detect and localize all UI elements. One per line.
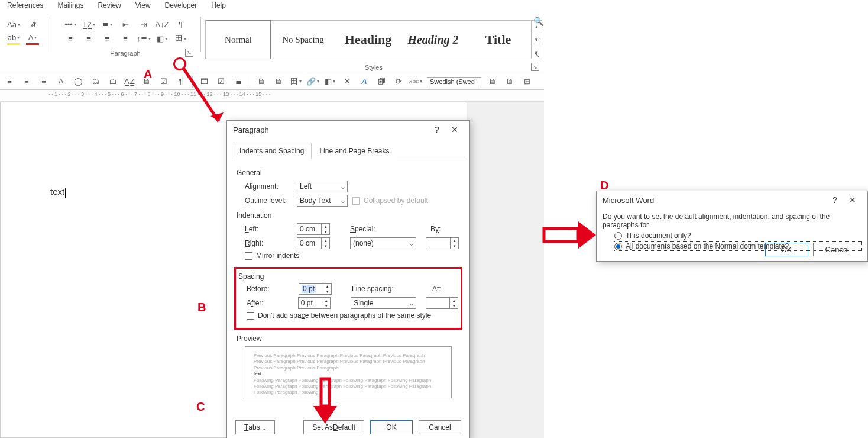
tabs-button[interactable]: Tabs... — [235, 420, 275, 434]
spacing-section-annotated: Spacing Before: 0 pt▴▾ Line spacing: At:… — [234, 267, 462, 330]
menu-mail[interactable]: Mailings — [56, 0, 85, 13]
qat-font-icon[interactable]: A — [55, 76, 67, 88]
general-header: General — [237, 169, 460, 177]
qat-link-icon[interactable]: 🔗 — [307, 76, 319, 88]
tab-breaks[interactable]: Line and Page Breaks — [312, 143, 397, 159]
qat-icon[interactable]: 🗐 — [375, 76, 387, 88]
confirm-cancel-button[interactable]: Cancel — [813, 243, 861, 256]
menu-refs[interactable]: References — [6, 0, 44, 13]
linespacing-combo[interactable]: Single — [351, 297, 416, 309]
tab-indents[interactable]: Indents and Spacing — [232, 143, 312, 159]
radio-this-doc[interactable]: This document only? — [614, 231, 861, 240]
qat-icon[interactable]: 🗀 — [106, 76, 118, 88]
borders-icon[interactable]: 田 — [174, 32, 187, 45]
menu-help[interactable]: Help — [210, 0, 227, 13]
by-spin[interactable]: ▴▾ — [426, 237, 459, 249]
align-center-icon[interactable]: ≡ — [82, 32, 95, 45]
qat-icon[interactable]: ≡ — [38, 76, 50, 88]
qat-icon[interactable]: ≡ — [21, 76, 33, 88]
style-heading2[interactable]: Heading 2 — [401, 20, 466, 59]
cancel-button[interactable]: Cancel — [419, 420, 461, 434]
outline-label: Outline level: — [245, 197, 292, 205]
qat-icon[interactable]: 🗎 — [504, 76, 516, 88]
outline-combo[interactable]: Body Text — [297, 195, 348, 207]
alignment-combo[interactable]: Left — [297, 181, 348, 192]
language-select[interactable]: Swedish (Swed — [427, 77, 481, 86]
font-color-icon[interactable]: A — [26, 32, 39, 45]
confirm-titlebar[interactable]: Microsoft Word ? ✕ — [597, 191, 867, 209]
ok-button[interactable]: OK — [370, 420, 413, 434]
dialog-titlebar[interactable]: Paragraph ? ✕ — [227, 121, 469, 139]
qat-italic-icon[interactable]: A — [358, 76, 370, 88]
mirror-checkbox[interactable] — [245, 252, 252, 260]
qat-icon[interactable]: 🗎 — [487, 76, 498, 88]
qat-strike-icon[interactable]: ✕ — [341, 76, 353, 88]
at-label: At: — [432, 285, 450, 293]
decrease-indent-icon[interactable]: ⇤ — [119, 18, 132, 31]
style-heading1[interactable]: Heading — [336, 20, 401, 59]
close-button[interactable]: ✕ — [446, 125, 464, 134]
indentation-section: Indentation Left: 0 cm▴▾ Special: By: Ri… — [237, 211, 460, 260]
preview-next: Following Paragraph Following Paragraph … — [254, 378, 443, 396]
confirm-close-button[interactable]: ✕ — [844, 195, 861, 205]
change-case-icon[interactable]: Aa — [7, 18, 20, 31]
highlight-icon[interactable]: ab — [7, 32, 20, 45]
qat-refresh-icon[interactable]: ⟳ — [393, 76, 404, 88]
align-left-icon[interactable]: ≡ — [64, 32, 77, 45]
styles-gallery[interactable]: Normal No Spacing Heading Heading 2 Titl… — [205, 20, 542, 59]
paragraph-launcher[interactable]: ↘ — [185, 49, 193, 57]
bullets-icon[interactable]: ••• — [64, 18, 77, 31]
qat-fill-icon[interactable]: ◧ — [324, 76, 336, 88]
special-combo[interactable]: (none) — [350, 237, 416, 249]
increase-indent-icon[interactable]: ⇥ — [137, 18, 150, 31]
qat-abc-icon[interactable]: abc — [410, 76, 422, 88]
find-icon[interactable]: 🔍 — [533, 17, 543, 26]
at-spin[interactable]: ▴▾ — [426, 297, 458, 309]
menu-dev[interactable]: Developer — [164, 0, 199, 13]
qat-icon[interactable]: ⊞ — [521, 76, 533, 88]
qat-table-icon[interactable]: 田 — [290, 76, 302, 88]
line-spacing-icon[interactable]: ↕≣ — [137, 32, 150, 45]
style-title[interactable]: Title — [466, 20, 531, 59]
anno-arrow-A — [177, 65, 231, 130]
before-spin[interactable]: 0 pt▴▾ — [299, 283, 332, 295]
show-marks-icon[interactable]: ¶ — [174, 18, 187, 31]
sort-icon[interactable]: A↓Z — [156, 18, 169, 31]
select-icon[interactable]: ↖ — [533, 50, 543, 59]
styles-label: Styles — [365, 64, 383, 71]
anno-arrow-C — [313, 379, 337, 426]
document-text[interactable]: text — [50, 186, 66, 198]
help-button[interactable]: ? — [428, 125, 446, 134]
qat-icon[interactable]: ≣ — [232, 76, 244, 88]
qat-icon[interactable]: ☑ — [158, 76, 170, 88]
qat-icon[interactable]: 🗎 — [255, 76, 267, 88]
alignment-label: Alignment: — [245, 182, 292, 191]
align-right-icon[interactable]: ≡ — [101, 32, 114, 45]
clear-format-icon[interactable]: A̷ — [26, 18, 39, 31]
qat-icon[interactable]: A̲Z̲ — [124, 76, 135, 88]
style-normal[interactable]: Normal — [206, 20, 271, 59]
menu-view[interactable]: View — [134, 0, 152, 13]
replace-icon[interactable]: ↔ — [533, 33, 543, 43]
ruler[interactable]: · · 1 · · · 2 · · · 3 · · · 4 · · · 5 · … — [0, 90, 544, 102]
left-spin[interactable]: 0 cm▴▾ — [297, 223, 330, 235]
confirm-ok-button[interactable]: OK — [765, 243, 808, 256]
qat-icon[interactable]: 🗎 — [273, 76, 284, 88]
style-nospacing[interactable]: No Spacing — [271, 20, 336, 59]
svg-rect-3 — [544, 228, 578, 241]
qat-icon[interactable]: ≡ — [4, 76, 15, 88]
qat-icon[interactable]: 🗂 — [89, 76, 101, 88]
dontadd-checkbox[interactable] — [247, 312, 254, 320]
preview-sample: text — [254, 371, 443, 377]
after-spin[interactable]: 0 pt▴▾ — [298, 297, 331, 309]
right-spin[interactable]: 0 cm▴▾ — [297, 237, 330, 249]
dialog-buttons: Tabs... Set As Default OK Cancel — [227, 420, 469, 434]
multilevel-icon[interactable]: ≣ — [101, 18, 114, 31]
numbering-icon[interactable]: 1̲2̲ — [82, 18, 95, 31]
justify-icon[interactable]: ≡ — [119, 32, 132, 45]
menu-review[interactable]: Review — [96, 0, 122, 13]
qat-icon[interactable]: ◯ — [72, 76, 84, 88]
styles-launcher[interactable]: ↘ — [531, 63, 539, 71]
shading-icon[interactable]: ◧ — [156, 32, 169, 45]
confirm-help-button[interactable]: ? — [826, 195, 844, 205]
